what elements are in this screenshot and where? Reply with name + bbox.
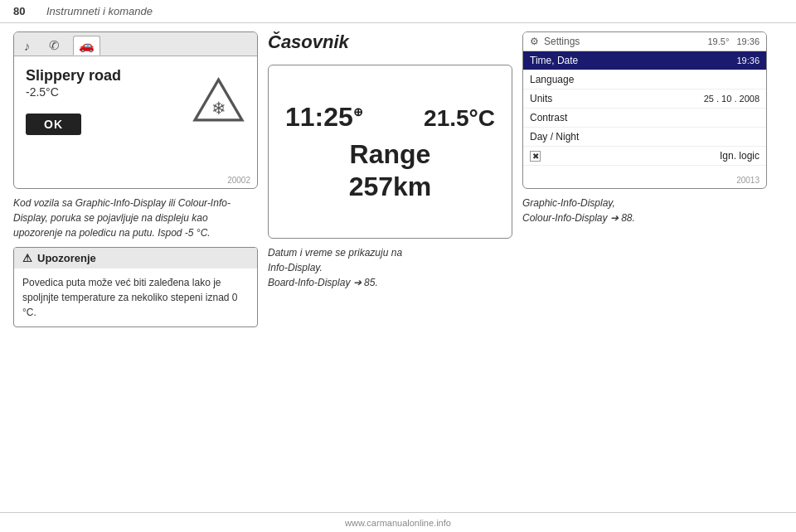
- section-title-casovnik: Časovnik: [268, 31, 512, 53]
- warning-box: ⚠ Upozorenje Povedica puta može već biti…: [13, 247, 258, 327]
- settings-label-ign-logic: Ign. logic: [720, 150, 760, 162]
- settings-time: 19:36: [736, 36, 760, 46]
- warning-body: Povedica puta može već biti zaleđena lak…: [14, 268, 257, 326]
- tab-bar: ♪ ✆ 🚗: [14, 32, 257, 56]
- settings-label-time-date: Time, Date: [530, 55, 578, 66]
- settings-icon: ⚙: [530, 36, 539, 47]
- right-description: Graphic-Info-Display, Colour-Info-Displa…: [522, 196, 767, 225]
- clock-time-sup: ⊕: [353, 105, 363, 118]
- settings-row-time-date[interactable]: Time, Date 19:36: [523, 51, 766, 70]
- page-header: 80 Instrumneti i komande: [0, 0, 796, 23]
- mid-description: Datum i vreme se prikazuju na Info-Displ…: [268, 245, 512, 290]
- settings-value-time-date: 19:36: [736, 56, 760, 65]
- tab-phone-icon[interactable]: ✆: [44, 36, 65, 55]
- settings-row-units[interactable]: Units 25 . 10 . 2008: [523, 89, 766, 109]
- settings-value-units: 25 . 10 . 2008: [704, 94, 760, 104]
- screen-content: Slippery road -2.5°C OK ❄: [14, 56, 257, 145]
- website-url: www.carmanualonline.info: [345, 518, 451, 528]
- settings-header-right: 19.5° 19:36: [707, 36, 760, 46]
- right-column: ⚙ Settings 19.5° 19:36 Time, Date 19:36 …: [522, 31, 767, 327]
- clock-screen: 11:25⊕ 21.5°C Range 257km 20005: [268, 65, 512, 239]
- warning-triangle-icon: ❄: [192, 73, 245, 127]
- range-label: Range: [285, 139, 495, 170]
- settings-label-day-night: Day / Night: [530, 131, 579, 143]
- warning-title: Upozorenje: [37, 252, 96, 264]
- settings-label-language: Language: [530, 74, 574, 85]
- image-number-left: 20002: [227, 176, 250, 185]
- temperature-display: -2.5°C: [26, 85, 183, 99]
- settings-row-language[interactable]: Language: [523, 70, 766, 89]
- settings-header: ⚙ Settings 19.5° 19:36: [523, 32, 766, 51]
- bottom-bar: www.carmanualonline.info: [0, 512, 796, 532]
- settings-temp: 19.5°: [707, 36, 729, 46]
- image-number-right: 20013: [736, 176, 760, 185]
- settings-label: Settings: [544, 36, 580, 47]
- tab-music-icon[interactable]: ♪: [19, 37, 36, 55]
- ok-button[interactable]: OK: [26, 114, 81, 135]
- page-number: 80: [13, 5, 46, 17]
- settings-row-ign-logic[interactable]: ✖ Ign. logic: [523, 147, 766, 166]
- main-content: ♪ ✆ 🚗 Slippery road -2.5°C OK ❄ 20002: [0, 23, 796, 336]
- clock-top-row: 11:25⊕ 21.5°C: [285, 102, 495, 133]
- road-message: Slippery road: [26, 66, 183, 85]
- chapter-title: Instrumneti i komande: [46, 5, 153, 17]
- settings-row-contrast[interactable]: Contrast: [523, 109, 766, 128]
- left-description: Kod vozila sa Graphic-Info-Display ili C…: [13, 196, 258, 240]
- text-area: Slippery road -2.5°C OK: [26, 66, 183, 135]
- settings-header-left: ⚙ Settings: [530, 36, 580, 47]
- svg-text:❄: ❄: [211, 99, 226, 118]
- left-column: ♪ ✆ 🚗 Slippery road -2.5°C OK ❄ 20002: [13, 31, 258, 327]
- clock-temperature: 21.5°C: [424, 105, 495, 132]
- clock-content: 11:25⊕ 21.5°C Range 257km: [269, 65, 512, 238]
- settings-label-contrast: Contrast: [530, 112, 567, 123]
- left-screen: ♪ ✆ 🚗 Slippery road -2.5°C OK ❄ 20002: [13, 31, 258, 189]
- range-value: 257km: [285, 172, 495, 202]
- settings-screen: ⚙ Settings 19.5° 19:36 Time, Date 19:36 …: [522, 31, 767, 189]
- ign-logic-checkbox[interactable]: ✖: [530, 151, 541, 162]
- clock-time: 11:25⊕: [285, 102, 363, 133]
- warning-header: ⚠ Upozorenje: [14, 248, 257, 268]
- settings-label-units: Units: [530, 93, 552, 104]
- tab-car-icon[interactable]: 🚗: [73, 36, 100, 56]
- middle-column: Časovnik 11:25⊕ 21.5°C Range 257km 20005…: [268, 31, 512, 327]
- image-number-mid: 20005: [269, 238, 512, 239]
- warning-triangle-small-icon: ⚠: [22, 252, 32, 264]
- settings-row-day-night[interactable]: Day / Night: [523, 128, 766, 147]
